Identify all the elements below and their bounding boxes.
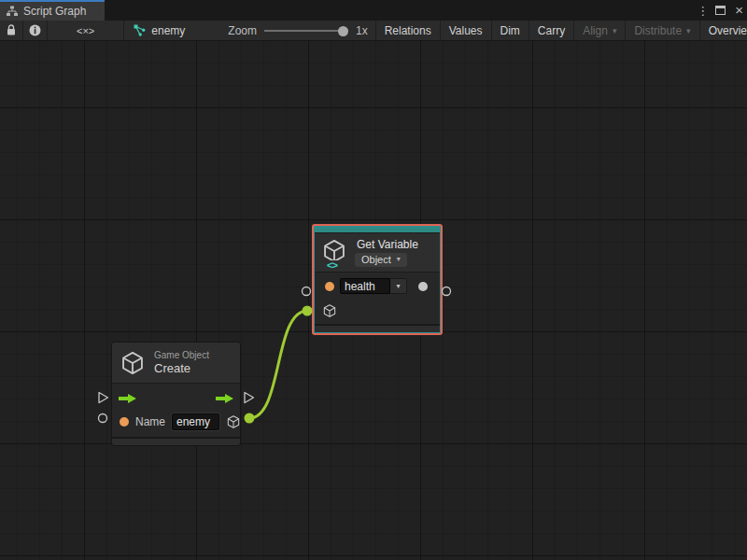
port-circle-create-name-input[interactable] <box>99 414 107 423</box>
info-icon <box>29 24 41 36</box>
node-title: Create <box>154 361 209 375</box>
variable-scope-dropdown[interactable]: Object ▾ <box>355 253 407 267</box>
zoom-label: Zoom <box>228 24 257 37</box>
zoom-slider-handle[interactable] <box>338 26 348 36</box>
graph-name: enemy <box>151 24 185 37</box>
node-title: Get Variable <box>355 239 418 251</box>
toolbar-actions: RelationsValuesDimCarryAlign▾Distribute▾… <box>375 21 747 40</box>
control-input-arrow-icon[interactable] <box>118 393 137 404</box>
port-circle-getvar-value-output[interactable] <box>443 287 451 296</box>
control-output-arrow-icon[interactable] <box>215 393 234 404</box>
toolbar-button-dim[interactable]: Dim <box>492 21 529 40</box>
node-create-game-object[interactable]: Game Object Create Name <box>112 343 240 445</box>
toolbar-button-label: Dim <box>500 24 520 37</box>
app-window: Script Graph ⋮ × <×> <box>0 0 747 560</box>
lock-icon <box>6 24 17 36</box>
chevron-down-icon: ▾ <box>613 26 617 35</box>
zoom-slider-track <box>264 30 348 32</box>
port-triangle-create-control-output[interactable] <box>245 393 254 403</box>
node-footer <box>112 437 240 445</box>
string-port-dot[interactable] <box>325 282 334 291</box>
node-get-variable[interactable]: <> Get Variable Object ▾ <box>312 224 443 335</box>
variable-scope-value: Object <box>361 254 391 265</box>
graph-hierarchy-icon <box>7 6 18 17</box>
chevron-down-icon: ▾ <box>396 282 400 290</box>
node-footer <box>315 324 440 332</box>
inspect-button[interactable] <box>23 21 48 40</box>
toolbar-button-label: Relations <box>385 24 431 37</box>
window-menu-icon[interactable]: ⋮ <box>697 4 706 18</box>
toolbar-button-relations[interactable]: Relations <box>376 21 441 40</box>
code-icon: <×> <box>77 25 94 36</box>
graph-branch-icon <box>134 24 146 36</box>
toolbar-button-label: Overview <box>709 24 747 37</box>
code-badge-icon: <> <box>326 260 338 271</box>
variable-name-dropdown-button[interactable]: ▾ <box>390 278 407 294</box>
game-object-input-cube-icon[interactable] <box>322 303 337 318</box>
zoom-slider[interactable] <box>264 24 348 37</box>
toolbar-button-distribute[interactable]: Distribute▾ <box>626 21 699 40</box>
connected-port-dot-getvar-input[interactable] <box>303 306 313 316</box>
graph-canvas[interactable]: Game Object Create Name <box>0 41 747 560</box>
lock-button[interactable] <box>0 21 23 40</box>
edit-code-button[interactable]: <×> <box>48 21 124 40</box>
value-output-dot[interactable] <box>418 282 428 291</box>
game-object-cube-icon <box>120 350 146 376</box>
node-category: Game Object <box>154 350 209 361</box>
tab-script-graph[interactable]: Script Graph <box>0 0 105 21</box>
toolbar-button-align[interactable]: Align▾ <box>574 21 626 40</box>
toolbar-button-carry[interactable]: Carry <box>529 21 574 40</box>
name-value-input[interactable] <box>172 413 219 430</box>
chevron-down-icon: ▾ <box>397 255 401 263</box>
port-circle-getvar-name-input[interactable] <box>303 287 311 296</box>
connection-wire[interactable] <box>249 311 307 418</box>
name-port-label: Name <box>135 415 165 428</box>
game-object-output-cube-icon[interactable] <box>226 414 240 429</box>
graph-toolbar: <×> enemy Zoom 1x RelationsValuesDimCarr… <box>0 21 747 41</box>
toolbar-button-label: Values <box>449 24 483 37</box>
close-icon[interactable]: × <box>735 6 743 15</box>
toolbar-button-label: Distribute <box>634 24 682 37</box>
zoom-control: Zoom 1x <box>228 21 374 40</box>
toolbar-button-overview[interactable]: Overview <box>700 21 747 40</box>
tab-label: Script Graph <box>23 5 86 18</box>
graph-breadcrumb[interactable]: enemy <box>124 21 194 40</box>
chevron-down-icon: ▾ <box>686 26 691 35</box>
toolbar-button-values[interactable]: Values <box>441 21 492 40</box>
title-bar: Script Graph ⋮ × <box>0 0 747 21</box>
connected-port-dot-create-output[interactable] <box>245 413 255 424</box>
port-triangle-create-control-input[interactable] <box>99 393 108 403</box>
string-port-dot[interactable] <box>120 417 129 427</box>
maximize-icon[interactable] <box>715 6 726 15</box>
toolbar-button-label: Carry <box>538 24 565 37</box>
variable-name-input[interactable] <box>340 278 390 294</box>
toolbar-button-label: Align <box>583 24 608 37</box>
zoom-value: 1x <box>356 24 368 37</box>
